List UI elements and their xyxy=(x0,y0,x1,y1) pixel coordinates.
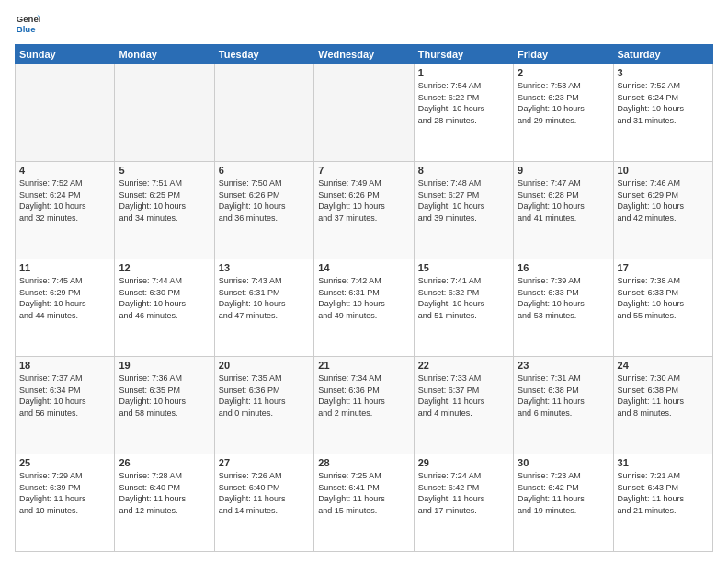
page: General Blue Sunday Monday Tuesday Wedne… xyxy=(0,0,728,563)
calendar-day-cell: 3Sunrise: 7:52 AMSunset: 6:24 PMDaylight… xyxy=(613,64,712,162)
day-info: Sunrise: 7:45 AMSunset: 6:29 PMDaylight:… xyxy=(19,275,110,321)
calendar-day-cell: 18Sunrise: 7:37 AMSunset: 6:34 PMDayligh… xyxy=(16,357,115,454)
day-number: 27 xyxy=(219,457,310,468)
day-number: 14 xyxy=(318,262,409,273)
calendar-day-cell: 15Sunrise: 7:41 AMSunset: 6:32 PMDayligh… xyxy=(414,259,513,357)
calendar-day-cell: 5Sunrise: 7:51 AMSunset: 6:25 PMDaylight… xyxy=(115,162,214,259)
calendar-day-cell: 20Sunrise: 7:35 AMSunset: 6:36 PMDayligh… xyxy=(214,357,313,454)
day-number: 22 xyxy=(418,360,509,371)
day-info: Sunrise: 7:51 AMSunset: 6:25 PMDaylight:… xyxy=(119,178,210,224)
day-number: 1 xyxy=(418,67,509,78)
calendar-day-cell: 17Sunrise: 7:38 AMSunset: 6:33 PMDayligh… xyxy=(613,259,712,357)
day-number: 19 xyxy=(119,360,210,371)
day-info: Sunrise: 7:21 AMSunset: 6:43 PMDaylight:… xyxy=(618,470,709,516)
day-info: Sunrise: 7:29 AMSunset: 6:39 PMDaylight:… xyxy=(19,470,110,516)
day-number: 6 xyxy=(219,165,310,176)
calendar-day-cell: 30Sunrise: 7:23 AMSunset: 6:42 PMDayligh… xyxy=(514,454,613,552)
svg-text:General: General xyxy=(17,14,40,24)
day-info: Sunrise: 7:41 AMSunset: 6:32 PMDaylight:… xyxy=(418,275,509,321)
calendar-day-cell: 1Sunrise: 7:54 AMSunset: 6:22 PMDaylight… xyxy=(414,64,513,162)
col-sunday: Sunday xyxy=(16,45,115,64)
day-info: Sunrise: 7:53 AMSunset: 6:23 PMDaylight:… xyxy=(518,80,609,126)
day-info: Sunrise: 7:42 AMSunset: 6:31 PMDaylight:… xyxy=(318,275,409,321)
day-number: 25 xyxy=(19,457,110,468)
day-number: 17 xyxy=(618,262,709,273)
calendar-day-cell xyxy=(16,64,115,162)
calendar-day-cell xyxy=(314,64,414,162)
day-number: 24 xyxy=(618,360,709,371)
day-info: Sunrise: 7:37 AMSunset: 6:34 PMDaylight:… xyxy=(19,373,110,419)
calendar-day-cell: 13Sunrise: 7:43 AMSunset: 6:31 PMDayligh… xyxy=(214,259,313,357)
calendar-day-cell xyxy=(115,64,214,162)
day-number: 15 xyxy=(418,262,509,273)
calendar-day-cell: 26Sunrise: 7:28 AMSunset: 6:40 PMDayligh… xyxy=(115,454,214,552)
day-number: 16 xyxy=(518,262,609,273)
day-info: Sunrise: 7:23 AMSunset: 6:42 PMDaylight:… xyxy=(518,470,609,516)
day-number: 13 xyxy=(219,262,310,273)
svg-text:Blue: Blue xyxy=(17,24,36,34)
calendar-week-row: 4Sunrise: 7:52 AMSunset: 6:24 PMDaylight… xyxy=(16,162,713,259)
col-thursday: Thursday xyxy=(414,45,513,64)
day-number: 9 xyxy=(518,165,609,176)
calendar-day-cell: 25Sunrise: 7:29 AMSunset: 6:39 PMDayligh… xyxy=(16,454,115,552)
calendar-day-cell: 28Sunrise: 7:25 AMSunset: 6:41 PMDayligh… xyxy=(314,454,414,552)
day-info: Sunrise: 7:30 AMSunset: 6:38 PMDaylight:… xyxy=(618,373,709,419)
calendar-day-cell xyxy=(214,64,313,162)
calendar-day-cell: 24Sunrise: 7:30 AMSunset: 6:38 PMDayligh… xyxy=(613,357,712,454)
day-number: 8 xyxy=(418,165,509,176)
calendar-day-cell: 4Sunrise: 7:52 AMSunset: 6:24 PMDaylight… xyxy=(16,162,115,259)
day-info: Sunrise: 7:52 AMSunset: 6:24 PMDaylight:… xyxy=(19,178,110,224)
col-saturday: Saturday xyxy=(613,45,712,64)
calendar-day-cell: 12Sunrise: 7:44 AMSunset: 6:30 PMDayligh… xyxy=(115,259,214,357)
calendar-week-row: 25Sunrise: 7:29 AMSunset: 6:39 PMDayligh… xyxy=(16,454,713,552)
calendar-day-cell: 19Sunrise: 7:36 AMSunset: 6:35 PMDayligh… xyxy=(115,357,214,454)
logo-icon: General Blue xyxy=(15,11,40,37)
day-info: Sunrise: 7:26 AMSunset: 6:40 PMDaylight:… xyxy=(219,470,310,516)
day-number: 11 xyxy=(19,262,110,273)
calendar-day-cell: 8Sunrise: 7:48 AMSunset: 6:27 PMDaylight… xyxy=(414,162,513,259)
calendar-day-cell: 23Sunrise: 7:31 AMSunset: 6:38 PMDayligh… xyxy=(514,357,613,454)
logo: General Blue xyxy=(15,11,44,37)
calendar-day-cell: 16Sunrise: 7:39 AMSunset: 6:33 PMDayligh… xyxy=(514,259,613,357)
day-info: Sunrise: 7:33 AMSunset: 6:37 PMDaylight:… xyxy=(418,373,509,419)
day-info: Sunrise: 7:44 AMSunset: 6:30 PMDaylight:… xyxy=(119,275,210,321)
day-info: Sunrise: 7:31 AMSunset: 6:38 PMDaylight:… xyxy=(518,373,609,419)
day-number: 2 xyxy=(518,67,609,78)
day-info: Sunrise: 7:34 AMSunset: 6:36 PMDaylight:… xyxy=(318,373,409,419)
day-number: 26 xyxy=(119,457,210,468)
day-info: Sunrise: 7:54 AMSunset: 6:22 PMDaylight:… xyxy=(418,80,509,126)
day-number: 10 xyxy=(618,165,709,176)
calendar-week-row: 1Sunrise: 7:54 AMSunset: 6:22 PMDaylight… xyxy=(16,64,713,162)
calendar-day-cell: 22Sunrise: 7:33 AMSunset: 6:37 PMDayligh… xyxy=(414,357,513,454)
day-number: 12 xyxy=(119,262,210,273)
day-info: Sunrise: 7:46 AMSunset: 6:29 PMDaylight:… xyxy=(618,178,709,224)
day-info: Sunrise: 7:28 AMSunset: 6:40 PMDaylight:… xyxy=(119,470,210,516)
col-tuesday: Tuesday xyxy=(214,45,313,64)
day-info: Sunrise: 7:43 AMSunset: 6:31 PMDaylight:… xyxy=(219,275,310,321)
day-number: 31 xyxy=(618,457,709,468)
day-info: Sunrise: 7:48 AMSunset: 6:27 PMDaylight:… xyxy=(418,178,509,224)
day-number: 3 xyxy=(618,67,709,78)
day-info: Sunrise: 7:24 AMSunset: 6:42 PMDaylight:… xyxy=(418,470,509,516)
calendar-day-cell: 27Sunrise: 7:26 AMSunset: 6:40 PMDayligh… xyxy=(214,454,313,552)
calendar-day-cell: 11Sunrise: 7:45 AMSunset: 6:29 PMDayligh… xyxy=(16,259,115,357)
calendar-week-row: 11Sunrise: 7:45 AMSunset: 6:29 PMDayligh… xyxy=(16,259,713,357)
day-number: 18 xyxy=(19,360,110,371)
col-wednesday: Wednesday xyxy=(314,45,414,64)
day-number: 28 xyxy=(318,457,409,468)
calendar-day-cell: 10Sunrise: 7:46 AMSunset: 6:29 PMDayligh… xyxy=(613,162,712,259)
day-number: 29 xyxy=(418,457,509,468)
day-info: Sunrise: 7:52 AMSunset: 6:24 PMDaylight:… xyxy=(618,80,709,126)
day-number: 21 xyxy=(318,360,409,371)
col-monday: Monday xyxy=(115,45,214,64)
calendar-day-cell: 6Sunrise: 7:50 AMSunset: 6:26 PMDaylight… xyxy=(214,162,313,259)
calendar-week-row: 18Sunrise: 7:37 AMSunset: 6:34 PMDayligh… xyxy=(16,357,713,454)
calendar-day-cell: 7Sunrise: 7:49 AMSunset: 6:26 PMDaylight… xyxy=(314,162,414,259)
calendar-day-cell: 31Sunrise: 7:21 AMSunset: 6:43 PMDayligh… xyxy=(613,454,712,552)
day-info: Sunrise: 7:39 AMSunset: 6:33 PMDaylight:… xyxy=(518,275,609,321)
day-info: Sunrise: 7:35 AMSunset: 6:36 PMDaylight:… xyxy=(219,373,310,419)
day-number: 23 xyxy=(518,360,609,371)
col-friday: Friday xyxy=(514,45,613,64)
header: General Blue xyxy=(15,11,713,37)
calendar-day-cell: 29Sunrise: 7:24 AMSunset: 6:42 PMDayligh… xyxy=(414,454,513,552)
